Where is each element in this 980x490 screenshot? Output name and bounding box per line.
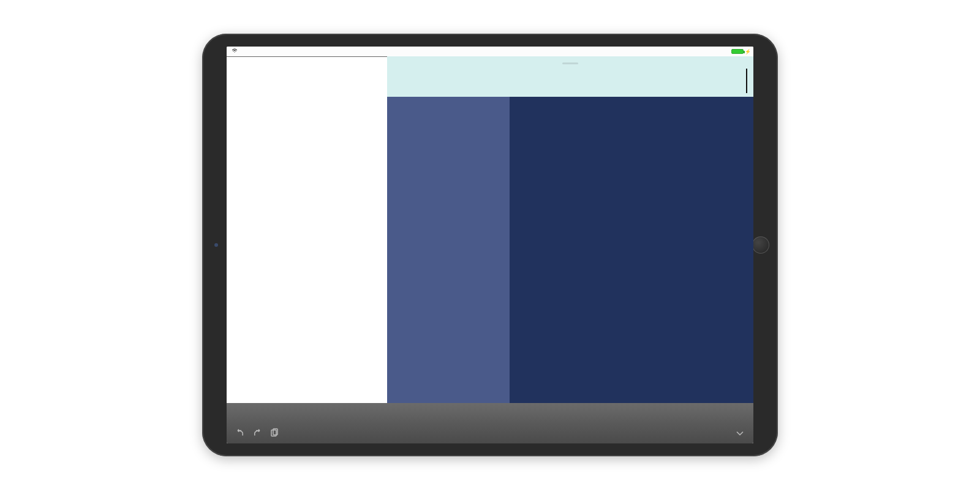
home-button[interactable] xyxy=(752,236,769,254)
keyboard-suggestion-toolbar xyxy=(227,423,753,443)
wifi-icon xyxy=(232,48,238,55)
chevron-down-icon[interactable] xyxy=(734,427,746,439)
display-area xyxy=(387,56,753,97)
number-pad xyxy=(510,97,753,403)
redo-icon[interactable] xyxy=(251,427,263,439)
undo-icon[interactable] xyxy=(234,427,246,439)
camera-icon xyxy=(214,243,218,247)
screen: ⚡ xyxy=(227,47,753,443)
display-secondary[interactable] xyxy=(392,66,748,97)
keyboard-nav-toolbar xyxy=(227,403,753,423)
function-pad xyxy=(387,97,510,403)
charging-icon: ⚡ xyxy=(745,49,751,55)
status-bar: ⚡ xyxy=(227,47,753,56)
calculator-panel xyxy=(387,56,753,403)
ipad-frame: ⚡ xyxy=(202,34,778,456)
ledger-panel xyxy=(227,56,387,403)
drag-handle-icon[interactable] xyxy=(392,60,748,66)
battery-icon xyxy=(731,49,744,54)
keypad xyxy=(387,97,753,403)
clipboard-icon[interactable] xyxy=(268,427,281,439)
